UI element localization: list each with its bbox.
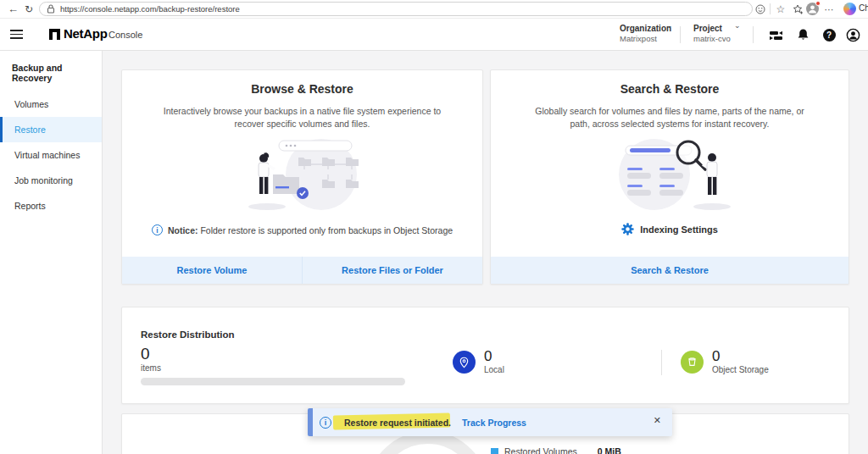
indexing-settings-button[interactable]: Indexing Settings [491,223,849,235]
header-divider [680,26,681,43]
search-restore-illustration [593,136,746,213]
items-count: 0 [141,345,150,363]
gear-icon [621,223,634,235]
info-icon: i [152,224,163,235]
copilot-label: Ch [859,3,868,13]
toast-close-icon[interactable]: ✕ [654,415,661,426]
workloads-switcher-icon[interactable] [768,27,783,42]
browse-card-footer: Restore Volume Restore Files or Folder [122,257,482,284]
console-label: Console [108,30,142,40]
project-value: matrix-cvo [693,34,744,44]
notifications-bell-icon[interactable] [795,27,810,42]
browser-menu-icon[interactable]: ⋯ [822,3,836,16]
legend-label: Restored Volumes [504,446,577,454]
hamburger-menu-icon[interactable] [10,30,23,39]
browse-card-title: Browse & Restore [122,70,482,96]
browse-card-description: Interactively browse your backups in a n… [159,105,447,130]
track-progress-link[interactable]: Track Progress [462,418,526,428]
toast-accent-bar [308,408,313,436]
legend-square-icon [491,448,498,454]
account-icon[interactable] [845,27,860,42]
legend-value: 0 MiB [598,446,621,454]
project-chevron-icon[interactable]: ⌄ [734,21,741,30]
restored-volumes-legend: Restored Volumes 0 MiB [491,446,621,454]
header-divider-2 [753,26,754,43]
notice-label: Notice: [168,225,198,235]
object-storage-label: Object Storage [712,365,769,374]
sidebar-item-virtual-machines[interactable]: Virtual machines [0,142,102,168]
sidebar-item-job-monitoring[interactable]: Job monitoring [0,168,102,193]
restore-volume-button[interactable]: Restore Volume [122,257,302,284]
sidebar-section-title: Backup and Recovery [0,51,102,91]
browser-profile-avatar[interactable] [806,3,819,15]
search-restore-card: Search & Restore Globally search for vol… [490,69,849,285]
sidebar-item-reports[interactable]: Reports [0,193,102,219]
sidebar: Backup and Recovery Volumes Restore Virt… [0,51,103,454]
sidebar-item-volumes[interactable]: Volumes [0,91,102,117]
netapp-logo-icon [49,29,60,40]
toast-message: Restore request initiated. [344,418,451,428]
local-label: Local [484,365,504,374]
collections-star-plus-icon[interactable] [791,3,804,16]
object-storage-bucket-icon [681,351,704,374]
search-card-footer: Search & Restore [491,257,849,284]
browse-card-notice: i Notice: Folder restore is supported on… [122,224,482,235]
distribution-progress-bar [141,378,405,385]
local-count: 0 [484,348,492,365]
organization-chevron-icon[interactable]: ⌄ [666,21,673,30]
distribution-title: Restore Distribution [141,329,235,340]
netapp-console-page: ← ↻ https://console.netapp.com/backup-re… [0,0,868,454]
restore-files-or-folder-button[interactable]: Restore Files or Folder [302,257,482,284]
search-and-restore-button[interactable]: Search & Restore [491,257,849,284]
browser-chrome: ← ↻ https://console.netapp.com/backup-re… [0,0,868,19]
site-info-icon [47,4,55,14]
restore-distribution-card: Restore Distribution 0 items 0 Local 0 O… [121,307,849,404]
organization-value: Matrixpost [620,34,677,44]
feedback-smiley-icon[interactable] [754,3,767,16]
distribution-divider [661,350,662,375]
search-card-title: Search & Restore [491,70,849,96]
browser-back-button[interactable]: ← [8,0,19,19]
copilot-icon[interactable] [843,3,856,15]
notice-text: Folder restore is supported only from ba… [198,225,453,235]
object-storage-count: 0 [712,348,720,365]
address-bar[interactable]: https://console.netapp.com/backup-restor… [39,2,753,16]
toast-info-icon: i [320,417,331,429]
profile-notification-dot [815,1,821,6]
favorite-star-icon[interactable]: ☆ [774,3,787,16]
help-icon[interactable]: ? [821,27,837,42]
browse-restore-card: Browse & Restore Interactively browse yo… [121,69,483,285]
main-content: Browse & Restore Interactively browse yo… [103,51,868,454]
search-card-description: Globally search for volumes and files by… [526,105,814,130]
local-pin-icon [453,351,476,374]
items-label: items [141,363,161,373]
netapp-logo-text: NetApp [64,26,108,41]
app-header: NetApp Console Organization Matrixpost ⌄… [0,19,868,51]
sidebar-item-restore[interactable]: Restore [0,117,102,142]
browse-restore-illustration [226,136,379,213]
url-text: https://console.netapp.com/backup-restor… [60,4,240,14]
restore-toast: i Restore request initiated. Track Progr… [308,408,672,436]
chrome-divider [770,3,771,14]
indexing-settings-label: Indexing Settings [640,224,718,235]
browser-refresh-button[interactable]: ↻ [25,0,33,19]
